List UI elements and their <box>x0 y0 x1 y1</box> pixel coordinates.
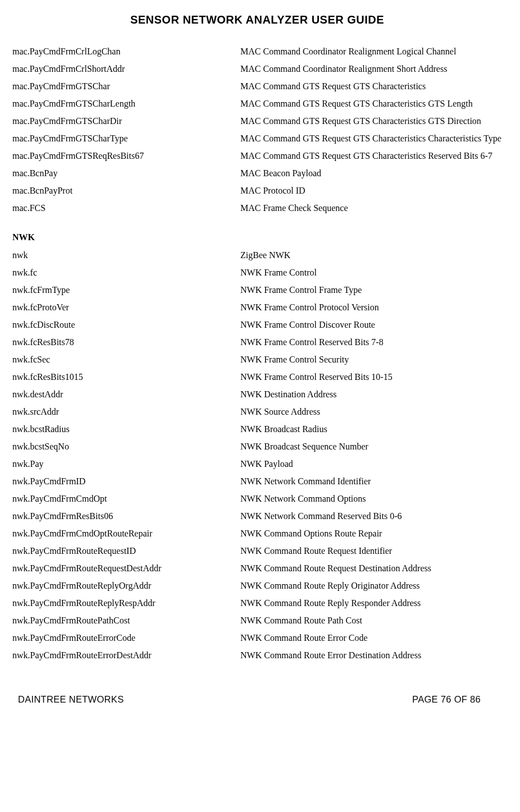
field-key: nwk.fcResBits78 <box>12 337 240 347</box>
field-key: nwk.PayCmdFrmResBits06 <box>12 511 240 521</box>
field-description: MAC Command GTS Request GTS Characterist… <box>240 99 502 109</box>
table-row: nwk.PayCmdFrmRouteErrorCodeNWK Command R… <box>12 633 502 643</box>
table-row: nwk.bcstSeqNoNWK Broadcast Sequence Numb… <box>12 442 502 452</box>
field-key: mac.PayCmdFrmCrlShortAddr <box>12 64 240 74</box>
table-row: mac.PayCmdFrmGTSCharMAC Command GTS Requ… <box>12 81 502 91</box>
field-description: NWK Network Command Reserved Bits 0-6 <box>240 511 502 521</box>
field-key: nwk.fcFrmType <box>12 285 240 295</box>
field-description: NWK Broadcast Sequence Number <box>240 442 502 452</box>
field-description: MAC Command Coordinator Realignment Shor… <box>240 64 502 74</box>
table-row: nwk.fcProtoVerNWK Frame Control Protocol… <box>12 302 502 313</box>
table-row: nwk.fcResBits1015NWK Frame Control Reser… <box>12 372 502 382</box>
table-row: mac.PayCmdFrmGTSReqResBits67MAC Command … <box>12 151 502 161</box>
field-key: nwk.fcProtoVer <box>12 302 240 313</box>
table-row: nwkZigBee NWK <box>12 250 502 260</box>
field-description: NWK Broadcast Radius <box>240 424 502 434</box>
table-row: mac.FCSMAC Frame Check Sequence <box>12 203 502 213</box>
field-description: NWK Payload <box>240 459 502 469</box>
table-row: nwk.fcSecNWK Frame Control Security <box>12 355 502 365</box>
field-description: NWK Command Options Route Repair <box>240 529 502 539</box>
table-row: mac.PayCmdFrmGTSCharLengthMAC Command GT… <box>12 99 502 109</box>
field-key: nwk.PayCmdFrmRouteRequestDestAddr <box>12 563 240 574</box>
field-description: MAC Command GTS Request GTS Characterist… <box>240 151 502 161</box>
table-row: mac.PayCmdFrmGTSCharDirMAC Command GTS R… <box>12 116 502 126</box>
field-key: mac.PayCmdFrmGTSCharDir <box>12 116 240 126</box>
field-key: mac.FCS <box>12 203 240 213</box>
table-row: nwk.PayCmdFrmRouteReplyOrgAddrNWK Comman… <box>12 581 502 591</box>
table-row: nwk.PayCmdFrmCmdOptRouteRepairNWK Comman… <box>12 529 502 539</box>
table-row: nwk.fcResBits78NWK Frame Control Reserve… <box>12 337 502 347</box>
field-description: NWK Frame Control Frame Type <box>240 285 502 295</box>
table-row: nwk.srcAddrNWK Source Address <box>12 407 502 417</box>
field-description: MAC Protocol ID <box>240 186 502 196</box>
field-key: nwk.PayCmdFrmID <box>12 476 240 487</box>
page-footer: DAINTREE NETWORKS PAGE 76 OF 86 <box>12 694 502 705</box>
field-description: MAC Command GTS Request GTS Characterist… <box>240 81 502 91</box>
field-description: NWK Network Command Options <box>240 494 502 504</box>
field-key: nwk.Pay <box>12 459 240 469</box>
field-description: NWK Network Command Identifier <box>240 476 502 487</box>
table-row: nwk.fcNWK Frame Control <box>12 268 502 278</box>
table-row: nwk.PayCmdFrmRouteErrorDestAddrNWK Comma… <box>12 650 502 660</box>
table-row: nwk.PayCmdFrmRoutePathCostNWK Command Ro… <box>12 616 502 626</box>
table-row: nwk.PayCmdFrmRouteReplyRespAddrNWK Comma… <box>12 598 502 608</box>
table-row: nwk.destAddrNWK Destination Address <box>12 389 502 400</box>
field-key: nwk <box>12 250 240 260</box>
table-row: mac.PayCmdFrmCrlLogChanMAC Command Coord… <box>12 47 502 57</box>
table-row: nwk.PayCmdFrmRouteRequestDestAddrNWK Com… <box>12 563 502 574</box>
field-description: MAC Command GTS Request GTS Characterist… <box>240 134 502 144</box>
table-row: nwk.PayCmdFrmResBits06NWK Network Comman… <box>12 511 502 521</box>
field-key: nwk.fcSec <box>12 355 240 365</box>
field-key: nwk.PayCmdFrmRouteReplyRespAddr <box>12 598 240 608</box>
field-key: nwk.PayCmdFrmRouteErrorCode <box>12 633 240 643</box>
table-row: mac.BcnPayProtMAC Protocol ID <box>12 186 502 196</box>
field-key: nwk.bcstSeqNo <box>12 442 240 452</box>
field-key: nwk.PayCmdFrmRouteRequestID <box>12 546 240 556</box>
field-description: NWK Frame Control Protocol Version <box>240 302 502 313</box>
field-description: NWK Frame Control Security <box>240 355 502 365</box>
table-row: nwk.fcDiscRouteNWK Frame Control Discove… <box>12 320 502 330</box>
page-title: SENSOR NETWORK ANALYZER USER GUIDE <box>12 13 502 26</box>
field-description: NWK Frame Control Reserved Bits 7-8 <box>240 337 502 347</box>
mac-fields-table: mac.PayCmdFrmCrlLogChanMAC Command Coord… <box>12 47 502 213</box>
field-description: MAC Command Coordinator Realignment Logi… <box>240 47 502 57</box>
field-key: mac.PayCmdFrmCrlLogChan <box>12 47 240 57</box>
field-description: NWK Command Route Reply Responder Addres… <box>240 598 502 608</box>
field-key: nwk.PayCmdFrmCmdOptRouteRepair <box>12 529 240 539</box>
field-description: NWK Command Route Path Cost <box>240 616 502 626</box>
field-description: NWK Command Route Request Destination Ad… <box>240 563 502 574</box>
field-key: nwk.fcDiscRoute <box>12 320 240 330</box>
field-key: nwk.PayCmdFrmRoutePathCost <box>12 616 240 626</box>
table-row: nwk.PayCmdFrmCmdOptNWK Network Command O… <box>12 494 502 504</box>
field-key: nwk.fc <box>12 268 240 278</box>
field-description: MAC Command GTS Request GTS Characterist… <box>240 116 502 126</box>
nwk-fields-table: nwkZigBee NWKnwk.fcNWK Frame Controlnwk.… <box>12 250 502 660</box>
field-key: mac.PayCmdFrmGTSReqResBits67 <box>12 151 240 161</box>
field-description: ZigBee NWK <box>240 250 502 260</box>
field-key: mac.BcnPayProt <box>12 186 240 196</box>
field-description: MAC Beacon Payload <box>240 168 502 178</box>
table-row: nwk.PayNWK Payload <box>12 459 502 469</box>
field-description: NWK Command Route Request Identifier <box>240 546 502 556</box>
field-description: NWK Command Route Error Destination Addr… <box>240 650 502 660</box>
footer-page-number: PAGE 76 OF 86 <box>412 694 481 705</box>
field-key: nwk.destAddr <box>12 389 240 400</box>
field-key: mac.PayCmdFrmGTSChar <box>12 81 240 91</box>
field-key: nwk.PayCmdFrmRouteErrorDestAddr <box>12 650 240 660</box>
field-key: nwk.PayCmdFrmCmdOpt <box>12 494 240 504</box>
field-description: NWK Frame Control <box>240 268 502 278</box>
table-row: mac.PayCmdFrmGTSCharTypeMAC Command GTS … <box>12 134 502 144</box>
field-key: nwk.bcstRadius <box>12 424 240 434</box>
field-key: nwk.fcResBits1015 <box>12 372 240 382</box>
field-description: NWK Command Route Error Code <box>240 633 502 643</box>
field-description: NWK Command Route Reply Originator Addre… <box>240 581 502 591</box>
table-row: nwk.fcFrmTypeNWK Frame Control Frame Typ… <box>12 285 502 295</box>
table-row: nwk.PayCmdFrmIDNWK Network Command Ident… <box>12 476 502 487</box>
table-row: mac.BcnPayMAC Beacon Payload <box>12 168 502 178</box>
field-description: NWK Source Address <box>240 407 502 417</box>
field-description: NWK Frame Control Discover Route <box>240 320 502 330</box>
table-row: mac.PayCmdFrmCrlShortAddrMAC Command Coo… <box>12 64 502 74</box>
field-description: NWK Frame Control Reserved Bits 10-15 <box>240 372 502 382</box>
field-description: MAC Frame Check Sequence <box>240 203 502 213</box>
table-row: nwk.PayCmdFrmRouteRequestIDNWK Command R… <box>12 546 502 556</box>
